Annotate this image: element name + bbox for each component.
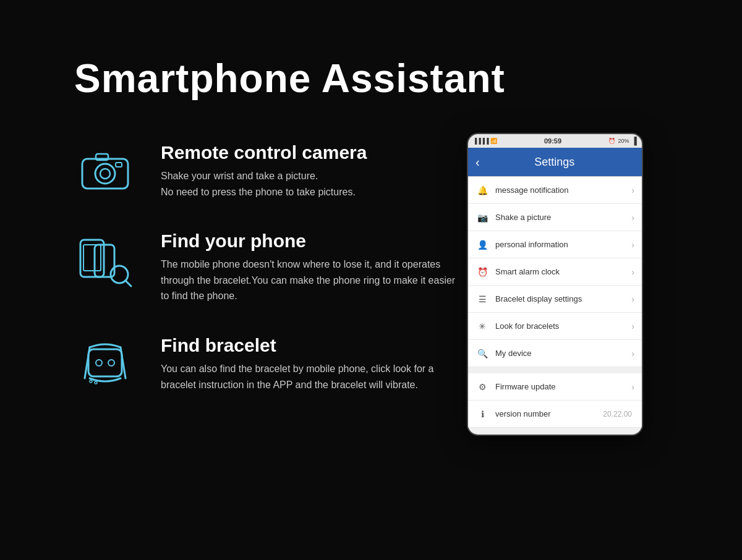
svg-point-14 <box>108 360 114 366</box>
status-battery: ⏰ 20% ▐ <box>608 137 637 145</box>
chevron-icon-my-device: › <box>631 349 634 358</box>
feature-find-bracelet-desc: You can also find the bracelet by mobile… <box>161 361 458 392</box>
menu-item-shake-picture[interactable]: 📷 Shake a picture › <box>468 204 642 231</box>
svg-rect-6 <box>83 245 101 271</box>
menu-label-personal: personal information <box>495 240 631 249</box>
status-time: 09:59 <box>544 137 561 145</box>
svg-point-13 <box>96 360 102 366</box>
feature-find-phone: Find your phone The mobile phone doesn't… <box>74 231 458 304</box>
chevron-icon-bracelet-display: › <box>631 294 634 304</box>
features-section: Remote control camera Shake your wrist a… <box>74 142 458 423</box>
camera-icon <box>77 145 133 195</box>
phone-content-area: 🔔 message notification › 📷 Shake a pictu… <box>468 176 642 435</box>
menu-item-my-device[interactable]: 🔍 My device › <box>468 340 642 367</box>
phone-app-header: ‹ Settings <box>468 148 642 176</box>
shake-icon: 📷 <box>475 211 489 224</box>
version-value: 20.22.00 <box>603 410 632 418</box>
feature-remote-camera: Remote control camera Shake your wrist a… <box>74 142 458 200</box>
phone-mockup: ▐▐▐▐ 📶 09:59 ⏰ 20% ▐ ‹ Settings 🔔 messag… <box>467 133 643 436</box>
find-phone-icon-container <box>74 234 136 289</box>
menu-item-personal-info[interactable]: 👤 personal information › <box>468 231 642 258</box>
status-signal: ▐▐▐▐ 📶 <box>473 138 497 144</box>
app-header-title: Settings <box>487 156 622 169</box>
svg-point-15 <box>90 380 92 383</box>
page-title: Smartphone Assistant <box>74 56 505 101</box>
svg-point-1 <box>95 164 115 184</box>
find-bracelet-icon-container <box>74 338 136 388</box>
section-gap <box>468 367 642 373</box>
camera-icon-container <box>74 145 136 195</box>
svg-line-9 <box>126 281 131 286</box>
menu-label-bracelet-display: Bracelet display settings <box>495 294 631 303</box>
person-icon: 👤 <box>475 238 489 252</box>
feature-find-bracelet: Find bracelet You can also find the brac… <box>74 335 458 392</box>
display-icon: ☰ <box>475 292 489 306</box>
chevron-icon-alarm: › <box>631 267 634 277</box>
chevron-icon-firmware: › <box>631 382 634 392</box>
menu-label-my-device: My device <box>495 349 631 358</box>
feature-find-bracelet-text: Find bracelet You can also find the brac… <box>161 335 458 392</box>
feature-remote-camera-text: Remote control camera Shake your wrist a… <box>161 142 367 200</box>
info-icon: ℹ <box>475 407 489 421</box>
svg-rect-4 <box>116 163 122 167</box>
clock-icon: ⏰ <box>475 265 489 279</box>
menu-label-look-bracelets: Look for bracelets <box>495 321 631 331</box>
menu-label-shake: Shake a picture <box>495 213 631 222</box>
svg-point-16 <box>95 381 97 384</box>
feature-remote-camera-heading: Remote control camera <box>161 142 367 163</box>
device-icon: 🔍 <box>475 347 489 360</box>
feature-find-phone-desc: The mobile phone doesn't know where to l… <box>161 257 458 304</box>
menu-item-look-bracelets[interactable]: ✳ Look for bracelets › <box>468 313 642 340</box>
svg-point-2 <box>100 169 110 179</box>
menu-item-version-number: ℹ version number 20.22.00 <box>468 401 642 428</box>
svg-rect-12 <box>88 349 122 376</box>
menu-label-version: version number <box>495 409 603 418</box>
bell-icon: 🔔 <box>475 184 489 197</box>
back-button[interactable]: ‹ <box>475 155 480 169</box>
feature-find-phone-text: Find your phone The mobile phone doesn't… <box>161 231 458 304</box>
phone-status-bar: ▐▐▐▐ 📶 09:59 ⏰ 20% ▐ <box>468 134 642 148</box>
find-bracelet-icon <box>77 338 133 388</box>
menu-item-firmware-update[interactable]: ⚙ Firmware update › <box>468 373 642 401</box>
menu-item-smart-alarm[interactable]: ⏰ Smart alarm clock › <box>468 258 642 286</box>
chevron-icon-look-bracelets: › <box>631 321 634 331</box>
update-icon: ⚙ <box>475 380 489 394</box>
chevron-icon-shake: › <box>631 213 634 223</box>
menu-item-message-notification[interactable]: 🔔 message notification › <box>468 177 642 204</box>
menu-label-alarm: Smart alarm clock <box>495 267 631 276</box>
chevron-icon-personal: › <box>631 240 634 250</box>
menu-label-firmware: Firmware update <box>495 382 631 391</box>
menu-item-bracelet-display[interactable]: ☰ Bracelet display settings › <box>468 286 642 313</box>
chevron-icon-message: › <box>631 185 634 195</box>
find-phone-icon <box>77 234 133 289</box>
menu-label-message: message notification <box>495 185 631 195</box>
bluetooth-icon: ✳ <box>475 320 489 333</box>
feature-remote-camera-desc: Shake your wrist and take a picture.No n… <box>161 168 367 200</box>
feature-find-bracelet-heading: Find bracelet <box>161 335 458 356</box>
feature-find-phone-heading: Find your phone <box>161 231 458 252</box>
